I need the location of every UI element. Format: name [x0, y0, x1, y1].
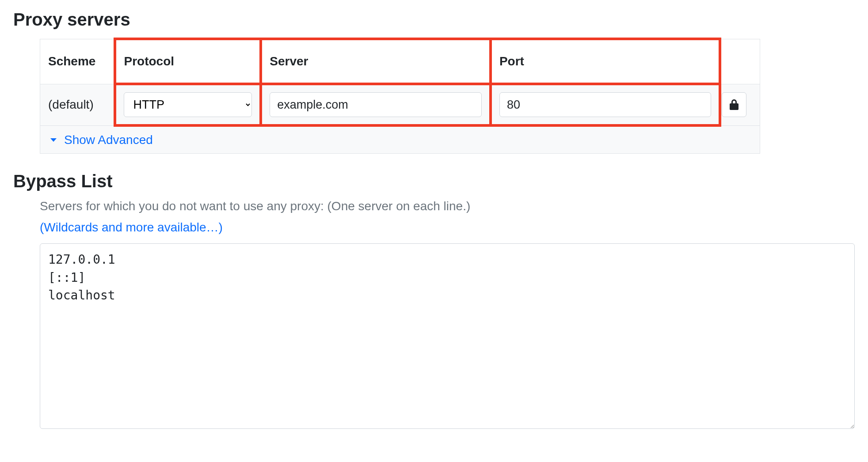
server-input[interactable] — [270, 92, 482, 117]
show-advanced-toggle[interactable]: Show Advanced — [40, 127, 161, 153]
proxy-servers-heading: Proxy servers — [13, 10, 855, 30]
wildcards-link[interactable]: (Wildcards and more available…) — [40, 220, 223, 235]
bypass-description: Servers for which you do not want to use… — [40, 199, 855, 213]
show-advanced-label: Show Advanced — [64, 133, 153, 147]
scheme-cell: (default) — [40, 84, 115, 125]
col-header-actions — [720, 39, 760, 84]
col-header-protocol: Protocol — [117, 47, 259, 76]
lock-button[interactable] — [722, 92, 746, 117]
col-header-port: Port — [492, 47, 719, 76]
chevron-down-icon — [48, 135, 59, 145]
col-header-server: Server — [263, 47, 489, 76]
bypass-list-textarea[interactable] — [40, 243, 855, 429]
protocol-select[interactable]: HTTP — [124, 92, 252, 117]
col-header-scheme: Scheme — [40, 39, 115, 84]
lock-icon — [729, 99, 739, 110]
bypass-list-heading: Bypass List — [13, 171, 855, 191]
proxy-servers-table: Scheme Protocol Server Port (default) HT… — [40, 38, 760, 154]
port-input[interactable] — [499, 92, 712, 117]
